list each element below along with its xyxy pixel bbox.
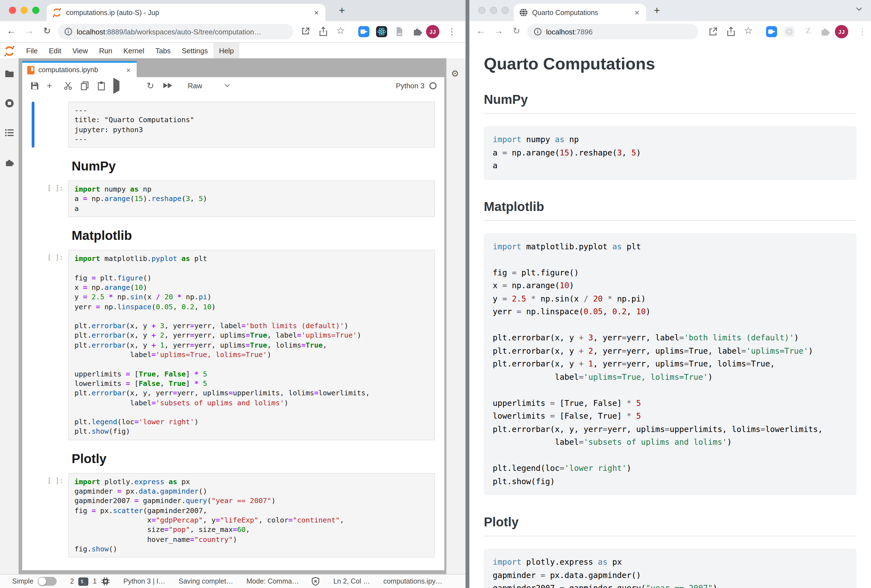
close-window-button[interactable] [478, 7, 485, 14]
code-line: import plotly.express as px [493, 556, 848, 569]
back-icon[interactable]: ← [476, 25, 485, 37]
share-icon[interactable] [318, 27, 328, 37]
extensions-puzzle-icon[interactable] [819, 26, 831, 37]
forward-icon[interactable]: → [24, 25, 34, 37]
code-line: a = np.arange(15).reshape(3, 5) [493, 146, 848, 159]
right-tab-strip: Quarto Computations × + [469, 0, 871, 21]
markdown-heading[interactable]: NumPy [72, 159, 444, 174]
command-mode-indicator[interactable]: Mode: Comma… [246, 578, 299, 585]
document-extension-icon[interactable] [394, 26, 405, 37]
cell-editor[interactable]: import numpy as npa = np.arange(15).resh… [68, 181, 435, 217]
close-notebook-icon[interactable]: × [125, 66, 132, 73]
site-info-icon[interactable] [64, 28, 72, 36]
code-line: x = np.arange(10) [493, 279, 848, 293]
menu-item-kernel[interactable]: Kernel [118, 43, 150, 59]
kernels-count[interactable]: 1 [93, 578, 97, 585]
globe-favicon-icon [519, 8, 528, 16]
bookmark-star-icon[interactable]: ☆ [336, 24, 346, 34]
terminals-count[interactable]: 2 [70, 578, 74, 585]
zoom-extension-icon[interactable] [358, 26, 370, 37]
reload-icon[interactable]: ↻ [43, 25, 51, 36]
code-line: jupyter: python3 [75, 125, 429, 134]
browser-tab-quarto[interactable]: Quarto Computations × [514, 4, 646, 21]
restart-run-all-icon[interactable] [163, 81, 173, 90]
site-info-icon[interactable] [534, 28, 542, 36]
share-icon[interactable] [726, 27, 736, 37]
code-line: fig = plt.figure() [493, 266, 848, 279]
run-cell-icon[interactable] [113, 81, 123, 90]
paste-cells-icon[interactable] [97, 81, 106, 90]
jupyter-favicon-icon [52, 8, 62, 17]
cursor-position[interactable]: Ln 2, Col … [333, 578, 370, 585]
cell-editor[interactable]: import matplotlib.pyplot as plt fig = pl… [68, 250, 435, 440]
active-cell-indicator[interactable] [31, 101, 34, 148]
close-tab-icon[interactable]: × [633, 8, 641, 16]
forward-icon[interactable]: → [494, 25, 503, 37]
markdown-heading[interactable]: Matplotlib [72, 228, 444, 243]
simple-mode-toggle[interactable] [38, 577, 57, 586]
close-window-button[interactable] [9, 7, 16, 14]
notebook-tab-label: computations.ipynb [38, 66, 125, 74]
new-tab-button[interactable]: + [654, 4, 660, 16]
save-icon[interactable] [30, 81, 39, 90]
zoom-window-button[interactable] [32, 7, 39, 14]
browser-menu-icon[interactable]: ⋮ [448, 27, 456, 37]
address-bar[interactable]: localhost:8889/lab/workspaces/auto-S/tre… [58, 24, 293, 39]
tab-search-chevron-icon[interactable] [856, 7, 862, 11]
open-in-new-icon[interactable] [708, 27, 718, 37]
back-icon[interactable]: ← [7, 25, 16, 37]
profile-avatar[interactable]: JJ [835, 25, 848, 38]
copy-cells-icon[interactable] [80, 81, 90, 90]
kernel-status-text[interactable]: Python 3 | I… [123, 578, 165, 585]
new-tab-button[interactable]: + [339, 4, 345, 16]
menu-item-run[interactable]: Run [94, 43, 118, 59]
minimize-window-button[interactable] [490, 7, 497, 14]
menu-item-help[interactable]: Help [213, 43, 239, 59]
menu-item-file[interactable]: File [21, 43, 43, 59]
cell-editor[interactable]: import plotly.express as pxgapminder = p… [68, 473, 435, 557]
jupyter-menu-bar: FileEditViewRunKernelTabsSettingsHelp [0, 43, 465, 60]
cell-editor[interactable]: ---title: "Quarto Computations"jupyter: … [68, 101, 435, 148]
menu-item-settings[interactable]: Settings [176, 43, 213, 59]
running-sessions-icon[interactable] [4, 98, 15, 108]
trust-shield-icon [311, 577, 320, 586]
file-browser-icon[interactable] [4, 69, 15, 79]
restart-kernel-icon[interactable]: ↻ [147, 81, 156, 90]
menu-item-view[interactable]: View [67, 43, 94, 59]
code-cell[interactable]: [ ]:import matplotlib.pyplot as plt fig … [22, 250, 444, 440]
code-cell[interactable]: [ ]:import numpy as npa = np.arange(15).… [22, 181, 444, 217]
zoom-extension-icon[interactable] [766, 26, 777, 37]
browser-tab-jupyter[interactable]: computations.ip (auto-S) - Jup × [46, 4, 326, 21]
react-devtools-extension-icon[interactable] [376, 26, 387, 37]
browser-menu-icon[interactable]: ⋮ [858, 27, 867, 37]
cell-type-chevron-down-icon[interactable] [224, 84, 230, 87]
menu-item-edit[interactable]: Edit [43, 43, 67, 59]
zoom-window-button[interactable] [501, 7, 509, 14]
reload-icon[interactable]: ↻ [513, 25, 520, 36]
profile-avatar[interactable]: JJ [426, 25, 439, 38]
menu-item-tabs[interactable]: Tabs [150, 43, 177, 59]
add-cell-icon[interactable]: + [46, 81, 56, 90]
address-bar[interactable]: localhost:7896 [527, 24, 698, 39]
extensions-puzzle-icon[interactable] [412, 26, 423, 37]
kernel-name[interactable]: Python 3 [396, 81, 424, 90]
raw-cell[interactable]: ---title: "Quarto Computations"jupyter: … [22, 101, 444, 148]
code-line: yerr = np.linspace(0.05, 0.2, 10) [493, 305, 848, 318]
notebook-tab[interactable]: computations.ipynb × [22, 61, 137, 77]
table-of-contents-icon[interactable] [4, 128, 15, 138]
cell-type-select[interactable]: Raw [188, 81, 202, 90]
code-cell[interactable]: [ ]:import plotly.express as pxgapminder… [22, 473, 444, 557]
markdown-heading[interactable]: Plotly [72, 451, 444, 466]
property-inspector-gear-icon[interactable]: ⚙ [451, 68, 459, 79]
react-devtools-extension-icon[interactable] [784, 26, 795, 37]
bookmark-star-icon[interactable]: ☆ [744, 24, 754, 34]
minimize-window-button[interactable] [21, 7, 28, 14]
open-in-new-icon[interactable] [301, 27, 311, 37]
close-tab-icon[interactable]: × [313, 8, 320, 16]
extension-manager-icon[interactable] [4, 158, 15, 168]
kernel-status-icon[interactable] [430, 82, 437, 89]
cut-cells-icon[interactable] [63, 81, 73, 90]
z-extension-icon[interactable]: Z [803, 26, 814, 37]
tab-title: Quarto Computations [532, 9, 629, 16]
interrupt-kernel-icon[interactable] [130, 81, 139, 90]
